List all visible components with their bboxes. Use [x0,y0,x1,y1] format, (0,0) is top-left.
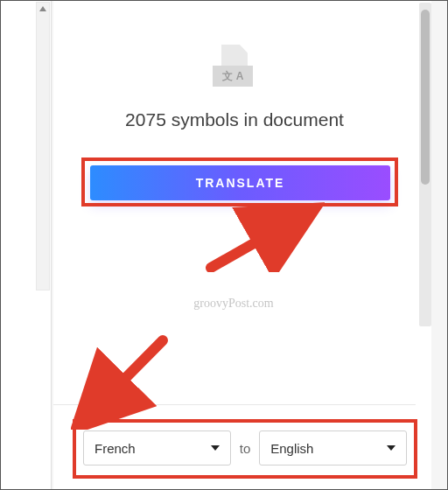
language-row: French to English [83,430,407,466]
translate-glyph-target: A [236,71,244,81]
divider [53,404,416,405]
watermark-text: groovyPost.com [53,297,414,311]
left-gutter [1,1,52,489]
translate-glyph-source: 文 [222,71,233,81]
translate-button[interactable]: TRANSLATE [90,165,390,200]
target-language-select[interactable]: English [259,430,407,466]
vertical-scrollbar-right[interactable] [419,3,431,326]
translate-panel: 文 A 2075 symbols in document TRANSLATE g… [53,1,431,490]
scrollbar-thumb[interactable] [421,10,430,185]
vertical-scrollbar-left[interactable] [36,2,50,290]
source-language-select[interactable]: French [83,430,231,466]
source-language-value: French [94,441,136,456]
chevron-down-icon [387,445,396,451]
language-separator: to [240,441,251,456]
scroll-up-icon [39,6,46,11]
chevron-down-icon [211,445,220,451]
target-language-value: English [270,441,313,456]
translate-file-icon: 文 A [210,45,259,94]
symbol-count-text: 2075 symbols in document [53,109,416,130]
